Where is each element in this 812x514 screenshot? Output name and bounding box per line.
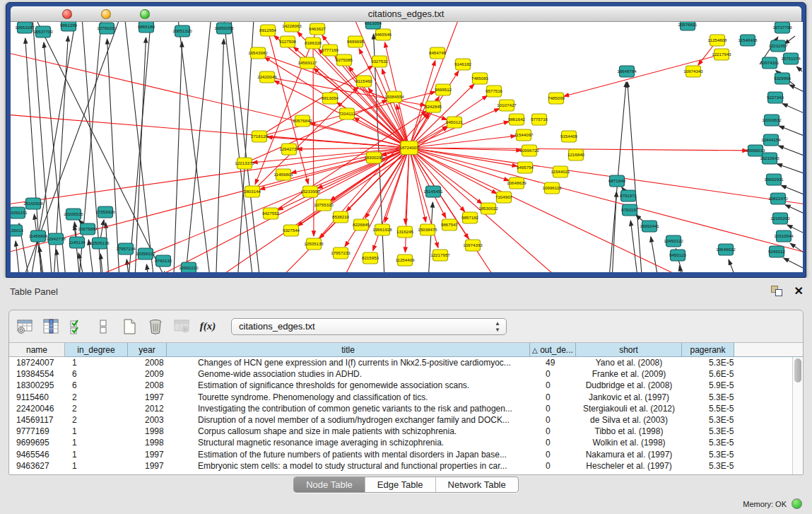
graph-node[interactable]: 9135013 xyxy=(11,225,24,236)
graph-node[interactable]: 7485099 xyxy=(548,93,565,104)
table-cell[interactable]: 0 xyxy=(530,460,576,472)
table-cell[interactable]: 2012 xyxy=(128,403,167,414)
table-cell[interactable]: 0 xyxy=(530,414,576,426)
table-cell[interactable]: 2 xyxy=(65,414,128,426)
table-cell[interactable]: 2008 xyxy=(128,357,167,368)
graph-node[interactable]: 12211957 xyxy=(768,40,788,52)
graph-node[interactable]: 9699695 xyxy=(347,36,365,47)
graph-node[interactable]: 17359926 xyxy=(95,206,115,218)
table-cell[interactable]: Estimation of the future numbers of pati… xyxy=(167,449,530,460)
graph-node[interactable]: 16850055 xyxy=(214,23,234,34)
table-cell[interactable]: Structural magnetic resonance image aver… xyxy=(167,437,530,448)
table-cell[interactable]: 0 xyxy=(530,426,576,437)
graph-node[interactable]: 22420046 xyxy=(257,71,277,83)
table-cell[interactable]: 9115460 xyxy=(9,392,65,403)
function-builder-icon[interactable]: f(x) xyxy=(198,317,218,337)
table-cell[interactable]: 18724007 xyxy=(9,357,65,368)
graph-node[interactable]: 10755320 xyxy=(314,199,334,211)
column-header-year[interactable]: year xyxy=(128,343,167,357)
graph-node[interactable]: 2718126 xyxy=(251,131,269,142)
graph-node[interactable]: 8793197 xyxy=(621,204,639,216)
graph-node[interactable]: 12942738 xyxy=(46,233,66,245)
table-cell[interactable]: 2 xyxy=(65,403,128,414)
table-row[interactable]: 946554611997Estimation of the future num… xyxy=(9,449,792,460)
graph-node[interactable]: 9699512 xyxy=(435,84,452,95)
table-cell[interactable]: 5.3E-5 xyxy=(682,357,734,368)
table-row[interactable]: 1938455462009Genome-wide association stu… xyxy=(9,368,792,380)
graph-node[interactable]: 15233990 xyxy=(300,186,320,197)
close-panel-icon[interactable]: ✕ xyxy=(794,284,804,298)
graph-node[interactable]: 10996119 xyxy=(542,182,562,194)
graph-node[interactable]: 2803144 xyxy=(244,186,261,197)
table-cell[interactable]: 18300295 xyxy=(9,380,65,391)
graph-node[interactable]: 11544097 xyxy=(514,129,534,141)
close-window-icon[interactable] xyxy=(62,9,72,19)
table-cell[interactable]: 49 xyxy=(530,357,576,368)
graph-node[interactable]: 10653287 xyxy=(15,22,35,33)
table-row[interactable]: 969969511998Structural magnetic resonanc… xyxy=(9,437,792,448)
graph-node[interactable]: 7204907 xyxy=(495,192,513,203)
graph-node[interactable]: 9775716 xyxy=(531,114,548,125)
table-cell[interactable]: 19384554 xyxy=(9,368,65,380)
graph-node[interactable]: 9327544 xyxy=(283,225,300,236)
table-row[interactable]: 1872400712008Changes of HCN gene express… xyxy=(9,357,792,368)
network-view-window[interactable]: citations_edges.txt 18724007183002958813… xyxy=(6,2,806,278)
graph-node[interactable]: 25160508 xyxy=(23,198,43,209)
graph-node[interactable]: 20206535 xyxy=(64,209,83,220)
network-canvas[interactable]: 1872400718300295881305419384554911546022… xyxy=(11,22,803,272)
graph-node[interactable]: 6871940 xyxy=(608,175,626,187)
table-cell[interactable]: Tibbo et al. (1998) xyxy=(576,426,682,437)
table-cell[interactable]: Estimation of significance thresholds fo… xyxy=(167,380,530,391)
network-window-titlebar[interactable]: citations_edges.txt xyxy=(11,6,801,22)
graph-node[interactable]: 9463627 xyxy=(309,23,326,35)
table-cell[interactable]: 0 xyxy=(530,437,576,448)
zoom-window-icon[interactable] xyxy=(140,9,150,19)
graph-node[interactable]: 8813054 xyxy=(322,93,339,104)
table-cell[interactable]: 0 xyxy=(530,368,576,380)
graph-node[interactable]: 16543982 xyxy=(248,47,268,59)
table-cell[interactable]: 5.3E-5 xyxy=(682,449,734,460)
graph-node[interactable]: 15692931 xyxy=(764,174,784,185)
column-header-out_de[interactable]: △ out_de... xyxy=(530,343,576,357)
column-header-title[interactable]: title xyxy=(167,343,530,357)
graph-node[interactable]: 9227343 xyxy=(767,92,784,103)
float-panel-icon[interactable] xyxy=(771,286,784,297)
graph-node[interactable]: 9450123 xyxy=(669,250,687,261)
graph-node[interactable]: 17957234 xyxy=(116,243,136,255)
table-cell[interactable]: Changes of HCN gene expression and I(f) … xyxy=(167,357,530,368)
tab-network-table[interactable]: Network Table xyxy=(436,477,518,492)
graph-node[interactable]: 9861299 xyxy=(60,22,78,31)
graph-node[interactable]: 12942737 xyxy=(279,144,299,155)
graph-node[interactable]: 18530022 xyxy=(478,203,498,214)
table-mode-icon[interactable] xyxy=(15,317,35,337)
graph-node[interactable]: 10975887 xyxy=(78,223,98,235)
table-cell[interactable]: 6 xyxy=(65,368,128,380)
table-cell[interactable]: 6 xyxy=(65,380,128,391)
table-cell[interactable]: 1998 xyxy=(128,437,167,448)
table-cell[interactable]: Investigating the contribution of common… xyxy=(167,403,530,414)
graph-node[interactable]: 14228063 xyxy=(282,22,302,32)
graph-node[interactable]: 1216840 xyxy=(567,149,585,160)
graph-node[interactable]: 9329966 xyxy=(774,73,792,84)
table-cell[interactable]: 5.3E-5 xyxy=(682,460,734,472)
graph-node[interactable]: 8538210 xyxy=(332,211,350,223)
graph-node[interactable]: 9867547 xyxy=(441,219,459,230)
graph-node[interactable]: 7485083 xyxy=(471,73,489,84)
delete-table-icon[interactable] xyxy=(172,317,192,337)
table-cell[interactable]: Stergiakouli et al. (2012) xyxy=(576,403,682,414)
graph-node[interactable]: 12217957 xyxy=(430,250,450,261)
table-cell[interactable]: 0 xyxy=(530,403,576,414)
graph-node[interactable]: 12213373 xyxy=(235,158,254,169)
table-cell[interactable]: 1997 xyxy=(128,449,167,460)
graph-node[interactable]: 9245012 xyxy=(768,246,786,257)
table-cell[interactable]: Yano et al. (2008) xyxy=(576,357,682,368)
table-cell[interactable]: Corpus callosum shape and size in male p… xyxy=(167,426,530,437)
table-cell[interactable]: 9463627 xyxy=(9,460,65,472)
graph-node[interactable]: 8226845 xyxy=(353,219,370,230)
show-columns-icon[interactable] xyxy=(41,317,61,337)
table-cell[interactable]: 1 xyxy=(65,460,128,472)
graph-node[interactable]: 16648784 xyxy=(617,66,637,77)
graph-node[interactable]: 9327532 xyxy=(371,56,389,67)
table-cell[interactable]: Nakamura et al. (1997) xyxy=(576,449,682,460)
graph-node[interactable]: 20851320 xyxy=(172,25,192,37)
